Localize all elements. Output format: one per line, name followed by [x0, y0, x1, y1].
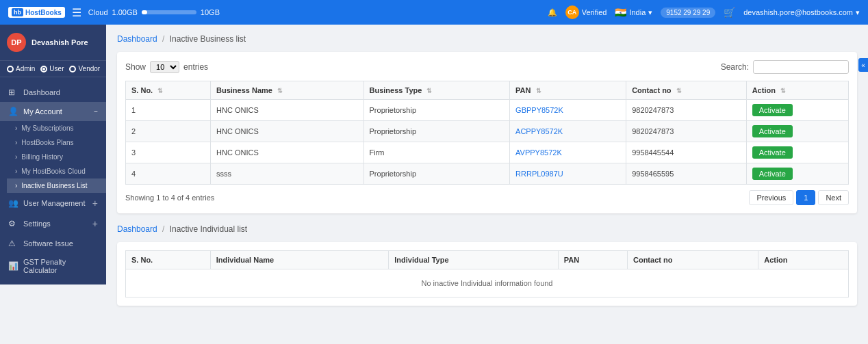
- phone-badge[interactable]: 9152 29 29 29: [661, 8, 715, 18]
- header-right: 🔔 CA Verified 🇮🇳 India ▾ 9152 29 29 29 🛒…: [548, 5, 860, 19]
- role-user[interactable]: User: [40, 65, 64, 72]
- cart-icon[interactable]: 🛒: [724, 7, 735, 18]
- cell-business-type-2: Firm: [363, 142, 510, 163]
- gst-penalty-icon: 📊: [8, 261, 18, 271]
- menu-icon[interactable]: ☰: [72, 6, 81, 19]
- user-menu[interactable]: devashish.pore@hostbooks.com ▾: [743, 8, 860, 17]
- sort-business-name[interactable]: ⇅: [277, 88, 283, 94]
- sidebar-item-my-subscriptions[interactable]: › My Subscriptions: [7, 121, 106, 135]
- prev-button-business[interactable]: Previous: [749, 190, 793, 205]
- business-table-header-row: S. No. ⇅ Business Name ⇅ Business Type ⇅…: [126, 81, 849, 100]
- sidebar: DP Devashish Pore Admin User Vendor: [0, 25, 106, 285]
- sidebar-wrapper: DP Devashish Pore Admin User Vendor: [0, 25, 106, 344]
- cell-business-name-2: HNC ONICS: [211, 142, 364, 163]
- sidebar-item-gst-penalty-label: GST Penalty Calculator: [23, 258, 98, 274]
- next-button-business[interactable]: Next: [818, 190, 849, 205]
- show-entries-business: Show 10 25 50 entries: [125, 61, 208, 73]
- breadcrumb-home-individual[interactable]: Dashboard: [117, 224, 157, 234]
- sidebar-item-my-subscriptions-label: My Subscriptions: [21, 124, 73, 132]
- sidebar-item-my-account[interactable]: 👤 My Account −: [0, 102, 106, 121]
- cell-pan-3: RRRPL0987U: [510, 163, 626, 185]
- role-admin[interactable]: Admin: [7, 65, 35, 72]
- activate-button-2[interactable]: Activate: [752, 146, 793, 159]
- col-pan-business: PAN ⇅: [510, 81, 626, 100]
- cell-sno-3: 4: [126, 163, 211, 185]
- header-left: hb HostBooks ☰ Cloud 1.00GB 10GB: [8, 6, 220, 19]
- sidebar-item-settings[interactable]: ⚙ Settings +: [0, 213, 106, 234]
- individual-table-body: No inactive Individual information found: [126, 269, 849, 297]
- collapse-button[interactable]: «: [858, 58, 868, 72]
- sidebar-item-inactive-business-list[interactable]: › Inactive Business List: [7, 178, 106, 193]
- ca-circle: CA: [565, 5, 579, 19]
- col-individual-name: Individual Name: [210, 251, 388, 269]
- cell-action-3: Activate: [746, 163, 848, 185]
- sidebar-item-gst-penalty[interactable]: 📊 GST Penalty Calculator: [0, 253, 106, 279]
- cell-contact-0: 9820247873: [626, 100, 747, 121]
- business-table-controls: Show 10 25 50 entries Search:: [125, 60, 849, 74]
- sidebar-item-user-management-label: User Management: [23, 199, 86, 207]
- sidebar-item-hostbooks-plans[interactable]: › HostBooks Plans: [7, 135, 106, 150]
- col-action-business: Action ⇅: [746, 81, 848, 100]
- cell-business-type-3: Proprietorship: [363, 163, 510, 185]
- sidebar-item-software-issue[interactable]: ⚠ Software Issue: [0, 234, 106, 253]
- search-input-business[interactable]: [753, 60, 849, 74]
- radio-admin: [7, 66, 14, 72]
- cell-business-type-0: Proprietorship: [363, 100, 510, 121]
- cell-pan-0: GBPPY8572K: [510, 100, 626, 121]
- empty-message: No inactive Individual information found: [126, 269, 849, 297]
- radio-vendor: [69, 66, 76, 72]
- sidebar-username: Devashish Pore: [31, 38, 88, 47]
- cell-contact-1: 9820247873: [626, 121, 747, 142]
- hostbooks-plans-icon: ›: [15, 139, 17, 146]
- table-row: 1 HNC ONICS Proprietorship GBPPY8572K 98…: [126, 100, 849, 121]
- activate-button-3[interactable]: Activate: [752, 168, 793, 180]
- sidebar-item-my-hostbooks-cloud[interactable]: › My HostBooks Cloud: [7, 164, 106, 178]
- sort-pan-business[interactable]: ⇅: [536, 88, 541, 94]
- cell-pan-1: ACPPY8572K: [510, 121, 626, 142]
- notification-icon[interactable]: 🔔: [548, 8, 557, 17]
- entries-label-business: entries: [183, 62, 208, 72]
- sort-action-business[interactable]: ⇅: [780, 88, 786, 94]
- verified-label: Verified: [582, 8, 607, 16]
- logo[interactable]: hb HostBooks: [8, 7, 65, 18]
- col-individual-type: Individual Type: [389, 251, 558, 269]
- breadcrumb-home-business[interactable]: Dashboard: [117, 34, 157, 44]
- sidebar-item-software-issue-label: Software Issue: [23, 239, 73, 248]
- sidebar-item-dashboard[interactable]: ⊞ Dashboard: [0, 83, 106, 102]
- india-region[interactable]: 🇮🇳 India ▾: [615, 7, 652, 18]
- cell-business-name-1: HNC ONICS: [211, 121, 364, 142]
- role-selector: Admin User Vendor: [0, 61, 106, 77]
- role-vendor[interactable]: Vendor: [69, 65, 100, 72]
- sidebar-item-dashboard-label: Dashboard: [23, 88, 60, 96]
- show-label-business: Show: [125, 62, 146, 72]
- activate-button-1[interactable]: Activate: [752, 125, 793, 137]
- india-label: India: [629, 8, 646, 16]
- business-table-body: 1 HNC ONICS Proprietorship GBPPY8572K 98…: [126, 100, 849, 185]
- user-menu-chevron: ▾: [856, 8, 860, 17]
- cell-business-name-0: HNC ONICS: [211, 100, 364, 121]
- breadcrumb-business: Dashboard / Inactive Business list: [117, 34, 857, 44]
- activate-button-0[interactable]: Activate: [752, 104, 793, 116]
- cell-contact-2: 9958445544: [626, 142, 747, 163]
- individual-table: S. No. Individual Name Individual Type P…: [125, 250, 849, 297]
- entries-select-business[interactable]: 10 25 50: [150, 61, 179, 73]
- sidebar-item-billing-history-label: Billing History: [21, 153, 63, 161]
- cloud-total: 10GB: [201, 8, 220, 16]
- individual-table-section: S. No. Individual Name Individual Type P…: [117, 242, 857, 306]
- col-sno-business: S. No. ⇅: [126, 81, 211, 100]
- col-contact-individual: Contact no: [627, 251, 758, 269]
- cell-contact-3: 9958465595: [626, 163, 747, 185]
- individual-table-head: S. No. Individual Name Individual Type P…: [126, 251, 849, 269]
- sidebar-item-billing-history[interactable]: › Billing History: [7, 150, 106, 164]
- col-business-name: Business Name ⇅: [211, 81, 364, 100]
- sidebar-item-my-account-label: My Account: [23, 107, 62, 116]
- sort-sno-business[interactable]: ⇅: [157, 88, 163, 94]
- page-1-button-business[interactable]: 1: [796, 190, 815, 205]
- sidebar-item-user-management[interactable]: 👥 User Management +: [0, 193, 106, 213]
- search-box-business: Search:: [721, 60, 849, 74]
- sort-contact-business[interactable]: ⇅: [676, 88, 682, 94]
- sort-business-type[interactable]: ⇅: [426, 88, 432, 94]
- breadcrumb-individual: Dashboard / Inactive Individual list: [117, 224, 857, 234]
- col-business-type: Business Type ⇅: [363, 81, 510, 100]
- my-subscriptions-icon: ›: [15, 124, 17, 132]
